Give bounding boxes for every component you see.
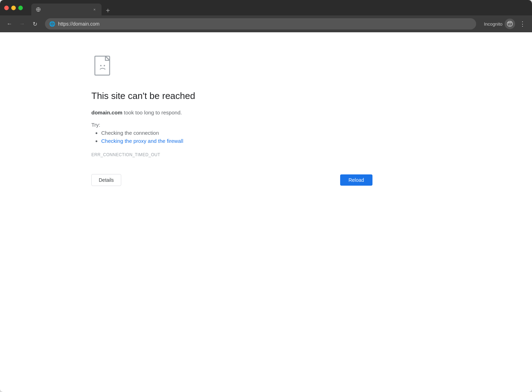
error-code: ERR_CONNECTION_TIMED_OUT: [91, 152, 372, 157]
back-button[interactable]: ←: [4, 19, 15, 29]
nav-right-controls: Incognito ⋮: [484, 19, 528, 29]
incognito-icon: [505, 19, 515, 29]
reload-button[interactable]: ↻: [30, 19, 40, 29]
address-bar[interactable]: 🌐 https://domain.com: [45, 18, 476, 29]
browser-window: × + ← → ↻ 🌐 https://domain.com Incognito: [0, 0, 532, 392]
secure-icon: 🌐: [49, 21, 55, 27]
nav-bar: ← → ↻ 🌐 https://domain.com Incognito ⋮: [0, 15, 532, 32]
new-tab-button[interactable]: +: [103, 6, 113, 15]
svg-point-2: [510, 23, 511, 24]
error-icon: [91, 53, 372, 79]
tab-close-button[interactable]: ×: [92, 7, 97, 12]
close-window-button[interactable]: [4, 6, 9, 10]
svg-point-1: [508, 23, 510, 24]
minimize-window-button[interactable]: [11, 6, 16, 10]
tab-bar: × +: [31, 0, 113, 15]
browser-menu-button[interactable]: ⋮: [517, 19, 528, 29]
traffic-lights: [4, 6, 23, 10]
tab-favicon-icon: [35, 7, 41, 12]
error-description-text: took too long to respond.: [122, 109, 182, 115]
suggestions-list: Checking the connection Checking the pro…: [91, 130, 372, 144]
title-bar: × +: [0, 0, 532, 15]
svg-point-4: [100, 65, 102, 66]
browser-tab[interactable]: ×: [31, 4, 102, 15]
proxy-firewall-link[interactable]: Checking the proxy and the firewall: [101, 138, 183, 144]
forward-button[interactable]: →: [17, 19, 27, 29]
error-description: domain.com took too long to respond.: [91, 108, 372, 117]
suggestion-proxy[interactable]: Checking the proxy and the firewall: [101, 138, 372, 144]
error-domain: domain.com: [91, 109, 122, 115]
url-display: https://domain.com: [58, 21, 472, 27]
svg-rect-3: [95, 56, 110, 75]
page-content: This site can't be reached domain.com to…: [0, 32, 532, 392]
suggestion-connection: Checking the connection: [101, 130, 372, 136]
maximize-window-button[interactable]: [18, 6, 23, 10]
reload-button-page[interactable]: Reload: [340, 174, 372, 186]
button-row: Details Reload: [91, 174, 372, 186]
error-container: This site can't be reached domain.com to…: [91, 53, 372, 157]
details-button[interactable]: Details: [91, 174, 121, 186]
try-label: Try:: [91, 122, 372, 128]
suggestion-connection-text: Checking the connection: [101, 130, 159, 136]
error-title: This site can't be reached: [91, 91, 372, 101]
svg-point-5: [104, 65, 105, 66]
incognito-label: Incognito: [484, 21, 502, 27]
